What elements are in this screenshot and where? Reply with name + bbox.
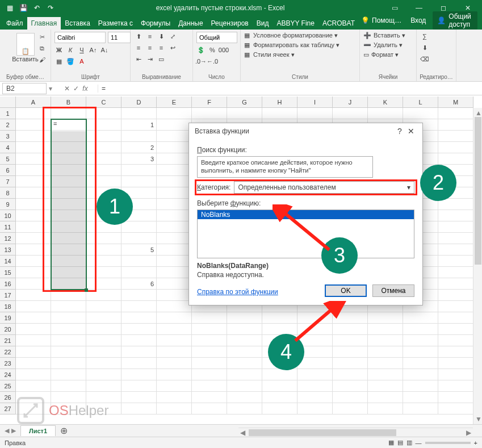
- cell[interactable]: [121, 165, 157, 176]
- cell[interactable]: [16, 290, 51, 301]
- cell[interactable]: [51, 153, 86, 165]
- cell[interactable]: [16, 380, 51, 392]
- font-size[interactable]: [108, 32, 131, 43]
- cell[interactable]: [86, 142, 121, 153]
- row-header[interactable]: 12: [0, 233, 16, 244]
- format-table-icon[interactable]: ▦: [244, 41, 250, 49]
- tab-view[interactable]: Вид: [253, 17, 273, 30]
- fill-icon[interactable]: ⬇: [420, 43, 429, 52]
- cell[interactable]: [121, 131, 157, 142]
- cell[interactable]: [438, 346, 473, 358]
- row-header[interactable]: 21: [0, 335, 16, 346]
- column-header[interactable]: J: [333, 97, 368, 108]
- cell[interactable]: [438, 278, 473, 290]
- font-color-icon[interactable]: A: [77, 57, 86, 66]
- row-header[interactable]: 24: [0, 369, 16, 380]
- row-header[interactable]: 26: [0, 392, 16, 403]
- cell[interactable]: [438, 199, 473, 210]
- cell[interactable]: [227, 369, 262, 380]
- cell[interactable]: [121, 369, 157, 380]
- cell[interactable]: [51, 256, 86, 267]
- cell[interactable]: [51, 131, 86, 142]
- cell[interactable]: [121, 256, 157, 267]
- cell[interactable]: [86, 256, 121, 267]
- cell[interactable]: [368, 380, 403, 392]
- cell[interactable]: [297, 312, 333, 324]
- cell[interactable]: [333, 346, 368, 358]
- cell[interactable]: [192, 403, 227, 414]
- dialog-close-icon[interactable]: ✕: [405, 127, 417, 136]
- cell[interactable]: [51, 165, 86, 176]
- row-header[interactable]: 17: [0, 290, 16, 301]
- cell[interactable]: [86, 176, 121, 187]
- tab-review[interactable]: Рецензиров: [207, 17, 253, 30]
- cell[interactable]: [262, 403, 297, 414]
- undo-icon[interactable]: ↶: [31, 2, 43, 14]
- cell[interactable]: [403, 403, 438, 414]
- cell[interactable]: [157, 210, 192, 221]
- row-header[interactable]: 2: [0, 119, 16, 131]
- align-center-icon[interactable]: ≡: [145, 43, 154, 52]
- fill-color-icon[interactable]: 🪣: [66, 57, 75, 66]
- cell[interactable]: [227, 380, 262, 392]
- borders-icon[interactable]: ▦: [55, 57, 64, 66]
- cell[interactable]: [157, 244, 192, 256]
- cell[interactable]: [16, 119, 51, 131]
- cell[interactable]: [157, 187, 192, 199]
- cell[interactable]: [157, 221, 192, 233]
- cond-format-button[interactable]: Условное форматирование ▾: [253, 32, 338, 39]
- cell[interactable]: [297, 403, 333, 414]
- decrease-font-icon[interactable]: A↓: [100, 45, 109, 55]
- cell[interactable]: [16, 165, 51, 176]
- cell[interactable]: [86, 119, 121, 131]
- cell[interactable]: [438, 301, 473, 312]
- cell[interactable]: [157, 199, 192, 210]
- cell[interactable]: [157, 233, 192, 244]
- comma-icon[interactable]: 000: [219, 45, 228, 55]
- row-header[interactable]: 6: [0, 165, 16, 176]
- cell[interactable]: [438, 119, 473, 131]
- tab-acrobat[interactable]: ACROBAT: [318, 17, 359, 30]
- cell[interactable]: [16, 131, 51, 142]
- search-function-input[interactable]: Введите краткое описание действия, котор…: [197, 156, 373, 178]
- row-header[interactable]: 1: [0, 108, 16, 119]
- column-header[interactable]: G: [227, 97, 262, 108]
- cell[interactable]: [121, 176, 157, 187]
- function-list[interactable]: NoBlanks: [197, 210, 414, 258]
- cancel-formula-icon[interactable]: ✕: [64, 85, 70, 93]
- insert-function-icon[interactable]: fx: [82, 85, 87, 93]
- cell[interactable]: [192, 358, 227, 369]
- cell[interactable]: [157, 346, 192, 358]
- row-header[interactable]: 18: [0, 301, 16, 312]
- cell[interactable]: [297, 380, 333, 392]
- row-header[interactable]: 13: [0, 244, 16, 256]
- cell[interactable]: [51, 108, 86, 119]
- row-header[interactable]: 16: [0, 278, 16, 290]
- cell[interactable]: [16, 176, 51, 187]
- cell[interactable]: [157, 403, 192, 414]
- format-table-button[interactable]: Форматировать как таблицу ▾: [253, 41, 340, 49]
- cell[interactable]: [438, 380, 473, 392]
- cell[interactable]: [121, 403, 157, 414]
- cell[interactable]: [16, 324, 51, 335]
- cell[interactable]: [438, 267, 473, 278]
- cell[interactable]: [438, 142, 473, 153]
- cell[interactable]: [438, 153, 473, 165]
- bold-button[interactable]: Ж: [55, 45, 64, 55]
- cell[interactable]: [86, 290, 121, 301]
- view-layout-icon[interactable]: ▤: [397, 439, 403, 446]
- zoom-in-icon[interactable]: +: [474, 439, 477, 446]
- cell[interactable]: [51, 221, 86, 233]
- cell[interactable]: [438, 108, 473, 119]
- cell[interactable]: [262, 369, 297, 380]
- cond-format-icon[interactable]: ▦: [244, 32, 250, 39]
- tab-formulas[interactable]: Формулы: [137, 17, 174, 30]
- row-header[interactable]: 10: [0, 210, 16, 221]
- cell[interactable]: [51, 301, 86, 312]
- cell[interactable]: [157, 335, 192, 346]
- cell[interactable]: 6: [121, 278, 157, 290]
- category-select[interactable]: Определенные пользователем ▾: [234, 181, 414, 194]
- cell[interactable]: [51, 267, 86, 278]
- cell[interactable]: [403, 324, 438, 335]
- cell[interactable]: [16, 335, 51, 346]
